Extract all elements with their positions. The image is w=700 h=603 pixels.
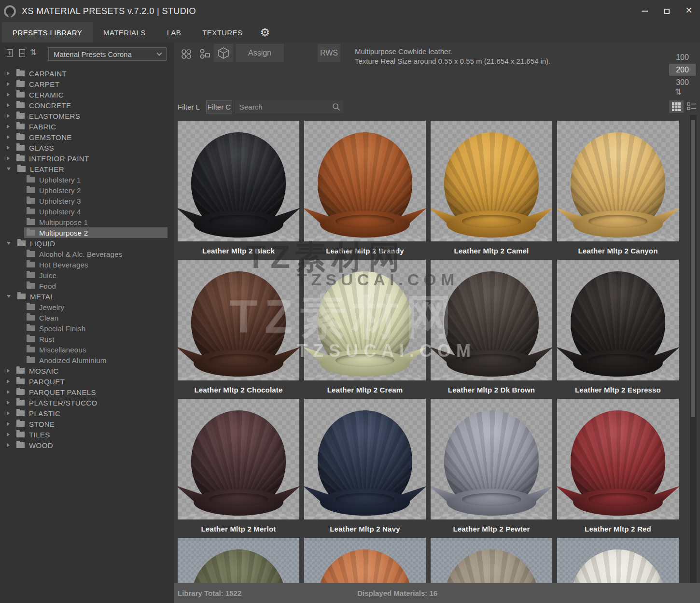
tree-item-upholstery-2[interactable]: Upholstery 2 [0, 185, 168, 196]
collapse-all-icon[interactable]: − [19, 48, 25, 57]
material-tile-leather-mltp-2-dk-brown[interactable]: Leather Mltp 2 Dk Brown [431, 260, 552, 399]
list-view-toggle[interactable] [685, 100, 699, 113]
cube-view-button[interactable] [214, 44, 233, 62]
tree-item-concrete[interactable]: CONCRETE [0, 100, 168, 111]
tree-item-upholstery-1[interactable]: Upholstery 1 [0, 174, 168, 185]
expand-arrow-icon[interactable] [7, 114, 10, 118]
tree-item-miscellaneous[interactable]: Miscellaneous [0, 344, 168, 355]
tree-item-glass[interactable]: GLASS [0, 142, 168, 153]
tree-item-plaster-stucco[interactable]: PLASTER/STUCCO [0, 397, 168, 408]
tree-item-upholstery-3[interactable]: Upholstery 3 [0, 196, 168, 206]
tree-item-elastomers[interactable]: ELASTOMERS [0, 111, 168, 121]
expand-arrow-icon[interactable] [7, 135, 10, 139]
material-tile-leather-mltp-2-red[interactable]: Leather Mltp 2 Red [557, 399, 679, 538]
settings-gear-icon[interactable]: ⚙ [253, 22, 277, 42]
expand-arrow-icon[interactable] [7, 411, 10, 415]
preset-library-dropdown[interactable]: Material Presets Corona [48, 47, 167, 61]
sphere-grid-mode-icon[interactable] [180, 47, 193, 61]
tree-item-food[interactable]: Food [0, 280, 168, 291]
tree-item-hot-beverages[interactable]: Hot Beverages [0, 259, 168, 270]
material-tile-leather-mltp-2-black[interactable]: Leather Mltp 2 Black [178, 121, 299, 260]
tab-materials[interactable]: MATERIALS [93, 22, 156, 42]
tree-item-alcohol-alc-beverages[interactable]: Alcohol & Alc. Beverages [0, 249, 168, 259]
expand-arrow-icon[interactable] [7, 82, 10, 86]
tab-textures[interactable]: TEXTURES [192, 22, 253, 42]
tab-lab[interactable]: LAB [156, 22, 192, 42]
expand-arrow-icon[interactable] [7, 401, 10, 405]
size-option-200[interactable]: 200 [669, 64, 696, 76]
tree-item-plastic[interactable]: PLASTIC [0, 408, 168, 419]
expand-arrow-icon[interactable] [7, 433, 10, 436]
expand-arrow-icon[interactable] [7, 443, 10, 447]
expand-arrow-icon[interactable] [7, 369, 10, 373]
hierarchy-mode-icon[interactable] [198, 47, 211, 61]
tree-item-juice[interactable]: Juice [0, 270, 168, 280]
minimize-button[interactable] [633, 0, 656, 22]
expand-arrow-icon[interactable] [7, 93, 10, 97]
tree-item-fabric[interactable]: FABRIC [0, 121, 168, 132]
material-tile-partial[interactable] [178, 538, 299, 583]
size-option-100[interactable]: 100 [669, 51, 696, 63]
sort-materials-icon[interactable]: ⇅ [675, 87, 682, 97]
material-tile-leather-mltp-2-espresso[interactable]: Leather Mltp 2 Espresso [557, 260, 679, 399]
expand-arrow-icon[interactable] [7, 422, 10, 426]
grid-scrollbar[interactable] [690, 115, 697, 583]
tree-item-stone[interactable]: STONE [0, 419, 168, 429]
tree-item-clean[interactable]: Clean [0, 312, 168, 323]
material-tile-partial[interactable] [304, 538, 426, 583]
material-tile-leather-mltp-2-camel[interactable]: Leather Mltp 2 Camel [431, 121, 552, 260]
tree-item-parquet[interactable]: PARQUET [0, 376, 168, 387]
collapse-arrow-icon[interactable] [7, 168, 11, 170]
filter-c-button[interactable]: Filter C [206, 100, 232, 113]
tree-item-interior-paint[interactable]: INTERIOR PAINT [0, 153, 168, 164]
grid-view-toggle[interactable] [669, 100, 684, 113]
material-tile-leather-mltp-2-merlot[interactable]: Leather Mltp 2 Merlot [178, 399, 299, 538]
expand-arrow-icon[interactable] [7, 103, 10, 107]
close-button[interactable]: × [678, 0, 700, 22]
scrollbar-thumb[interactable] [691, 120, 695, 417]
tree-item-rust[interactable]: Rust [0, 334, 168, 344]
expand-arrow-icon[interactable] [7, 125, 10, 128]
expand-arrow-icon[interactable] [7, 390, 10, 394]
tree-item-multipurpose-2[interactable]: Multipurpose 2 [0, 227, 168, 238]
material-tile-leather-mltp-2-cream[interactable]: Leather Mltp 2 Cream [304, 260, 426, 399]
tree-item-leather[interactable]: LEATHER [0, 164, 168, 174]
material-tile-partial[interactable] [557, 538, 679, 583]
material-tile-leather-mltp-2-chocolate[interactable]: Leather Mltp 2 Chocolate [178, 260, 299, 399]
material-tile-leather-mltp-2-canyon[interactable]: Leather Mltp 2 Canyon [557, 121, 679, 260]
tree-item-carpet[interactable]: CARPET [0, 79, 168, 89]
expand-arrow-icon[interactable] [7, 71, 10, 75]
tree-item-wood[interactable]: WOOD [0, 440, 168, 450]
tree-item-parquet-panels[interactable]: PARQUET PANELS [0, 387, 168, 397]
tab-presets-library[interactable]: PRESETS LIBRARY [2, 22, 93, 42]
material-tile-leather-mltp-2-pewter[interactable]: Leather Mltp 2 Pewter [431, 399, 552, 538]
tree-item-special-finish[interactable]: Special Finish [0, 323, 168, 334]
tree-item-upholstery-4[interactable]: Upholstery 4 [0, 206, 168, 217]
search-input[interactable] [235, 100, 343, 113]
collapse-arrow-icon[interactable] [7, 295, 11, 298]
tree-item-gemstone[interactable]: GEMSTONE [0, 132, 168, 142]
collapse-arrow-icon[interactable] [7, 242, 11, 245]
material-tile-leather-mltp-2-navy[interactable]: Leather Mltp 2 Navy [304, 399, 426, 538]
assign-button[interactable]: Assign [236, 44, 284, 62]
tree-item-ceramic[interactable]: CERAMIC [0, 89, 168, 100]
tree-item-jewelry[interactable]: Jewelry [0, 302, 168, 312]
expand-arrow-icon[interactable] [7, 146, 10, 150]
material-tile-leather-mltp-2-brandy[interactable]: Leather Mltp 2 Brandy [304, 121, 426, 260]
filter-l-button[interactable]: Filter L [178, 100, 200, 113]
tree-item-carpaint[interactable]: CARPAINT [0, 68, 168, 79]
tree-item-mosaic[interactable]: MOSAIC [0, 365, 168, 376]
material-tile-partial[interactable] [431, 538, 552, 583]
expand-arrow-icon[interactable] [7, 379, 10, 383]
tree-item-liquid[interactable]: LIQUID [0, 238, 168, 249]
tree-item-multipurpose-1[interactable]: Multipurpose 1 [0, 217, 168, 227]
sort-tree-icon[interactable]: ⇅ [30, 47, 37, 57]
tree-item-anodized-aluminium[interactable]: Anodized Aluminium [0, 355, 168, 365]
maximize-button[interactable] [656, 0, 678, 22]
tree-item-tiles[interactable]: TILES [0, 429, 168, 440]
expand-arrow-icon[interactable] [7, 156, 10, 160]
rws-button[interactable]: RWS [318, 44, 340, 62]
size-option-300[interactable]: 300 [669, 76, 696, 88]
expand-all-icon[interactable]: + [7, 48, 13, 57]
tree-item-metal[interactable]: METAL [0, 291, 168, 302]
